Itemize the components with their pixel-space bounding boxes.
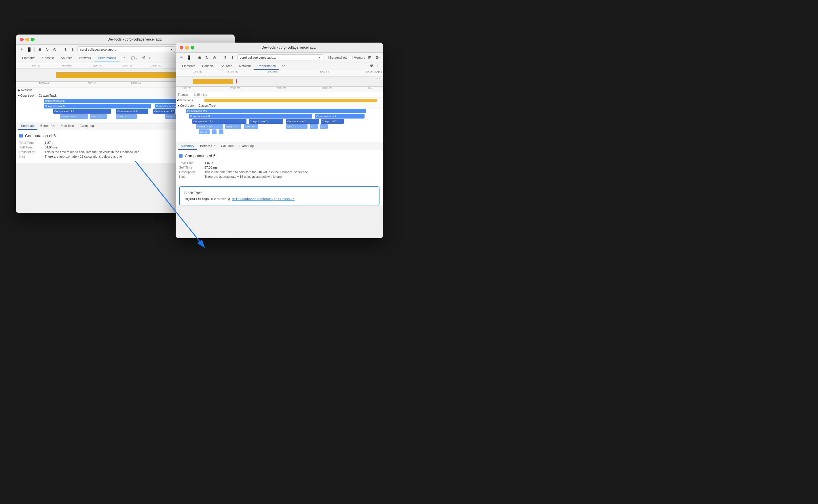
comp4b-bar-front[interactable]: Computation of 4: [192, 119, 247, 124]
screenshots-label-front: Screenshots: [330, 56, 347, 59]
comp2g-bar-front[interactable]: Com... 2: [286, 124, 308, 129]
inspect-icon[interactable]: ⌖: [19, 47, 24, 52]
settings-icon-front[interactable]: ⚙: [374, 55, 380, 60]
minimize-button-front[interactable]: [185, 46, 189, 49]
comp2i-bar-front[interactable]: [212, 129, 217, 134]
screenshots-checkbox-front[interactable]: [325, 56, 329, 59]
device-icon-front[interactable]: 📱: [186, 55, 192, 60]
memory-check-front[interactable]: Memory: [349, 56, 365, 59]
tick-top2-front: 4...00 ms: [228, 70, 238, 73]
hint-val-front: There are approximately 15 calculations …: [204, 175, 380, 178]
tab-eventlog-back[interactable]: Event Log: [77, 122, 97, 130]
cpu-label-front: CPU: [376, 71, 382, 74]
comp3c-bar-back[interactable]: Comput...n of 3: [60, 114, 88, 119]
reload-icon[interactable]: ↻: [44, 47, 50, 52]
tab-sources-front[interactable]: Sources: [217, 62, 236, 70]
comp2c-bar-back[interactable]: Comp...f 2: [165, 114, 177, 119]
memory-checkbox-front[interactable]: [349, 56, 352, 59]
tab-calltree-front[interactable]: Call Tree: [218, 142, 237, 150]
more-icon-front[interactable]: ⋮: [374, 62, 380, 68]
tab-elements-back[interactable]: Elements: [19, 54, 39, 62]
clear-icon[interactable]: ⊘: [52, 47, 58, 52]
net-label-front: NET: [377, 77, 382, 80]
screenshots-check-front[interactable]: Screenshots: [325, 56, 347, 59]
comp6-bar-front[interactable]: Computation of 6: [186, 109, 366, 113]
close-button-back[interactable]: [20, 38, 24, 41]
timeline-marker-front: [236, 79, 237, 83]
tab-more-back[interactable]: >>: [119, 54, 127, 62]
tab-console-back[interactable]: Console: [39, 54, 57, 62]
stack-trace-link[interactable]: main.63cb5c4bde8be90a.js:1:122716: [232, 197, 295, 201]
desc-key-back: Description: [19, 150, 42, 154]
summary-content-front: Computation of 6 Total Time 1.87 s Self …: [175, 150, 383, 183]
url-dropdown-icon[interactable]: ▾: [171, 47, 172, 51]
tick-2000-front: 2000 ms: [230, 87, 241, 89]
url-dropdown-icon-front[interactable]: ▾: [319, 56, 321, 59]
inspect-icon-front[interactable]: ⌖: [178, 55, 184, 60]
comp2d-bar-front[interactable]: Compu...of 2: [321, 119, 344, 124]
network-icon-front[interactable]: ⊞: [367, 55, 373, 60]
self-time-key-front: Self Time: [179, 166, 202, 169]
tick-top1-front: ...00 ms: [193, 70, 202, 73]
comp2j-bar-front[interactable]: [219, 129, 224, 134]
maximize-button-front[interactable]: [190, 46, 194, 49]
tab-more-front[interactable]: >>: [279, 62, 287, 70]
comp4b-bar-back[interactable]: Computation of 4: [53, 109, 111, 114]
tab-summary-front[interactable]: Summary: [178, 142, 197, 150]
tab-bottomup-front[interactable]: Bottom-Up: [197, 142, 218, 150]
settings-icon-nav-front[interactable]: ⚙: [369, 62, 374, 68]
comp2e-bar-front[interactable]: Comp...f 2: [225, 124, 241, 129]
reload-icon-front[interactable]: ↻: [204, 55, 210, 60]
devtools-window-front: DevTools - corgi-collage.vercel.app/ ⌖ 📱…: [175, 43, 383, 238]
tick-35-front: 35...: [368, 87, 373, 89]
tab-elements-front[interactable]: Elements: [178, 62, 199, 70]
frames-label-front: Frames: [178, 93, 188, 96]
device-icon[interactable]: 📱: [26, 47, 32, 52]
summary-row-total-front: Total Time 1.87 s: [179, 161, 380, 165]
compc1-bar-front[interactable]: C...: [310, 124, 318, 129]
comp4a-bar-front[interactable]: Computation of 4: [315, 114, 365, 119]
comp5-bar-back[interactable]: Computation of 5: [44, 104, 151, 108]
minimize-button-back[interactable]: [25, 38, 29, 41]
maximize-button-back[interactable]: [31, 38, 35, 41]
compc2-bar-front[interactable]: C...: [320, 124, 328, 129]
tab-performance-back[interactable]: Performance: [94, 54, 119, 62]
download-icon-front[interactable]: ⬇: [230, 55, 236, 60]
tab-calltree-back[interactable]: Call Tree: [58, 122, 77, 130]
comp3a-bar-front[interactable]: Comput...n of 3: [249, 119, 283, 124]
download-icon[interactable]: ⬇: [70, 47, 76, 52]
record-icon[interactable]: ⏺: [37, 47, 43, 52]
total-time-val-front: 1.87 s: [204, 161, 213, 165]
comp3a-bar-back[interactable]: Computation of 3: [116, 109, 148, 114]
comp2a-bar-back[interactable]: Com... 2: [90, 114, 107, 119]
close-button-front[interactable]: [180, 46, 183, 49]
url-bar-back[interactable]: corgi-collage.vercel.app... ▾: [77, 46, 175, 52]
tab-bottomup-back[interactable]: Bottom-Up: [37, 122, 58, 130]
summary-row-hint-front: Hint There are approximately 15 calculat…: [179, 175, 380, 178]
tab-sources-back[interactable]: Sources: [57, 54, 76, 62]
comp6-bar-back[interactable]: Computation of 6: [44, 99, 185, 103]
settings-icon-nav-back[interactable]: ⚙: [141, 54, 147, 60]
stack-trace-code: injectTimingsToBrowser @ main.63cb5c4bde…: [184, 197, 374, 201]
comp2b-bar-back[interactable]: Comp...of 2: [116, 114, 137, 119]
tab-eventlog-front[interactable]: Event Log: [237, 142, 257, 150]
more-icon-back[interactable]: ⋮: [147, 54, 152, 60]
upload-icon-front[interactable]: ⬆: [222, 55, 228, 60]
clear-icon-front[interactable]: ⊘: [212, 55, 218, 60]
comp2h-bar-front[interactable]: Co... 2: [199, 129, 210, 134]
record-icon-front[interactable]: ⏺: [196, 55, 202, 60]
tab-summary-back[interactable]: Summary: [18, 122, 37, 130]
tab-console-front[interactable]: Console: [199, 62, 217, 70]
tab-performance-front[interactable]: Performance: [254, 62, 279, 70]
summary-item-label-front: Computation of 6: [185, 154, 216, 158]
url-bar-front[interactable]: corgi-collage.vercel.app... ▾: [237, 54, 323, 60]
comp5-bar-front[interactable]: Computation of 5: [189, 114, 312, 119]
comp3c-bar-front[interactable]: Comput...n of 3: [196, 124, 223, 129]
tab-network-front[interactable]: Network: [236, 62, 254, 70]
upload-icon[interactable]: ⬆: [62, 47, 68, 52]
comp3b-bar-front[interactable]: Computa...n of 3: [286, 119, 319, 124]
comp2f-bar-front[interactable]: Com...f 2: [244, 124, 258, 129]
comp3b-bar-back[interactable]: Computation of 3: [153, 109, 175, 114]
tab-badge-back[interactable]: 💬 2: [127, 54, 141, 62]
tab-network-back[interactable]: Network: [76, 54, 94, 62]
